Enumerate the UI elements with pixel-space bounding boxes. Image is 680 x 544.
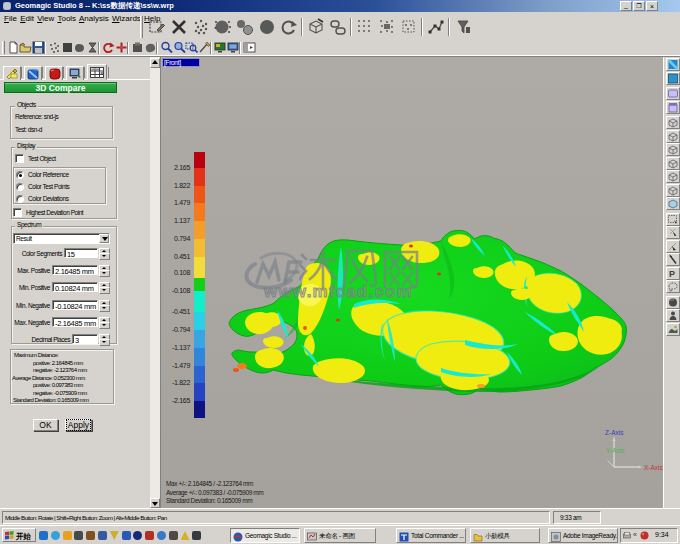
svg-text:Z-Axis: Z-Axis: [605, 429, 624, 436]
svg-text:P: P: [669, 269, 675, 279]
svg-text:Y-Axis: Y-Axis: [606, 447, 625, 454]
svg-text:X-Axis: X-Axis: [644, 464, 663, 471]
